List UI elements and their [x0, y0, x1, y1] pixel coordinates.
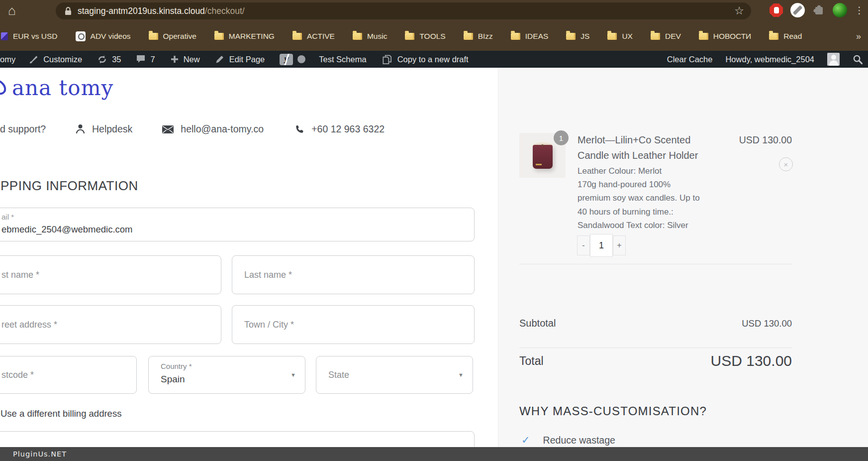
product-details: Leather Colour: Merlot 170g hand-poured … [578, 164, 727, 232]
test-schema-label: Test Schema [319, 55, 366, 64]
bookmark-music[interactable]: Music [353, 32, 387, 41]
quantity-increase-button[interactable]: + [613, 235, 626, 255]
search-icon[interactable] [853, 54, 863, 65]
customize-label: Customize [43, 55, 82, 64]
folder-icon [607, 33, 617, 40]
admin-new[interactable]: New [170, 55, 200, 64]
admin-copy-draft[interactable]: Copy to a new draft [382, 54, 469, 65]
bookmark-js[interactable]: JS [566, 32, 589, 41]
bookmark-label: IDEAS [525, 32, 549, 41]
ruler-icon [793, 5, 803, 15]
postcode-field[interactable]: stcode * [0, 356, 137, 394]
bookmark-label: НОВОСТИ [713, 32, 751, 41]
bookmark-novosti[interactable]: НОВОСТИ [699, 32, 751, 41]
admin-updates[interactable]: 35 [97, 54, 121, 65]
first-name-field[interactable]: st name * [0, 255, 221, 294]
bookmark-bizz[interactable]: BIzz [464, 32, 493, 41]
adblock-extension-icon[interactable] [770, 3, 783, 17]
street-address-field[interactable]: reet address * [0, 305, 221, 344]
bookmark-label: ACTIVE [307, 32, 335, 41]
country-select[interactable]: Country * Spain ▼ [148, 356, 305, 394]
admin-edit-page[interactable]: Edit Page [215, 54, 265, 64]
admin-test-schema[interactable]: y Test Schema [280, 54, 366, 65]
email-link[interactable]: hello@ana-tomy.co [162, 123, 264, 135]
folder-icon [464, 33, 473, 40]
bookmark-read[interactable]: Read [769, 32, 802, 41]
email-field[interactable]: ail * ebmedic_2504@webmedic.com [0, 208, 475, 241]
admin-comments[interactable]: 7 [136, 54, 155, 64]
total-label: Total [519, 354, 544, 368]
billing-address-toggle[interactable]: Use a different billing address [0, 408, 121, 419]
remove-item-button[interactable]: × [779, 157, 793, 171]
copy-draft-label: Copy to a new draft [397, 55, 469, 64]
browser-menu-icon[interactable]: ⋮ [855, 3, 864, 17]
total-row: Total USD 130.00 [519, 352, 792, 369]
url-path: /checkout/ [205, 6, 245, 16]
bookmark-adv-videos[interactable]: ADV videos [76, 31, 131, 41]
home-icon[interactable]: ⌂ [8, 2, 16, 19]
edit-page-label: Edit Page [229, 55, 265, 64]
updates-count: 35 [112, 55, 121, 64]
new-label: New [184, 55, 200, 64]
phone-link[interactable]: +60 12 963 6322 [294, 123, 385, 135]
site-icon [1, 32, 8, 40]
bulb-icon [76, 31, 86, 41]
folder-icon [699, 33, 708, 40]
admin-customize[interactable]: Customize [28, 54, 82, 65]
howdy-account[interactable]: Howdy, webmedic_2504 [725, 55, 814, 64]
browser-profile-avatar[interactable] [833, 3, 847, 17]
bookmark-tools[interactable]: TOOLS [405, 32, 445, 41]
town-placeholder: Town / City * [244, 320, 294, 330]
bookmark-operative[interactable]: Operative [149, 32, 196, 41]
bookmark-dev[interactable]: DEV [651, 32, 681, 41]
phone-label: +60 12 963 6322 [311, 123, 385, 135]
quantity-stepper: - 1 + [577, 234, 626, 257]
bookmark-label: BIzz [478, 32, 493, 41]
divider [519, 264, 792, 264]
bookmark-eur-vs-usd[interactable]: EUR vs USD [4, 32, 58, 41]
support-bar: d support? Helpdesk hello@ana-tomy.co +6… [0, 123, 385, 135]
candle-wick [541, 144, 544, 146]
folder-icon [353, 33, 362, 40]
folder-icon [214, 33, 224, 40]
town-city-field[interactable]: Town / City * [232, 305, 475, 344]
benefit-item: ✓ Reduce wastage [521, 434, 615, 446]
folder-icon [651, 33, 660, 40]
extensions-puzzle-icon[interactable] [812, 4, 825, 17]
folder-icon [292, 33, 302, 40]
ruler-extension-icon[interactable] [790, 3, 805, 17]
folder-icon [405, 33, 414, 40]
clear-cache-button[interactable]: Clear Cache [667, 55, 713, 64]
site-logo[interactable]: ana tomy [12, 76, 113, 100]
product-price: USD 130.00 [721, 134, 792, 146]
helpdesk-label: Helpdesk [92, 123, 132, 135]
order-summary-panel [498, 68, 868, 447]
helpdesk-link[interactable]: Helpdesk [76, 123, 132, 135]
bookmark-ux[interactable]: UX [607, 32, 633, 41]
subtotal-value: USD 130.00 [742, 318, 792, 329]
bookmark-marketing[interactable]: MARKETING [214, 32, 275, 41]
address-bar[interactable]: staging-antm2019us.kinsta.cloud/checkout… [56, 2, 751, 19]
quantity-value[interactable]: 1 [590, 234, 613, 257]
bookmark-star-icon[interactable]: ☆ [734, 3, 744, 18]
bookmark-ideas[interactable]: IDEAS [511, 32, 549, 41]
product-title[interactable]: Merlot—Lilin+Co Scented Candle with Leat… [578, 132, 719, 163]
total-value: USD 130.00 [711, 352, 792, 369]
watermark-bar: PluginUs.NET [0, 447, 868, 461]
bookmark-label: JS [580, 32, 589, 41]
user-avatar[interactable] [827, 53, 840, 66]
subtotal-row: Subtotal USD 130.00 [519, 318, 792, 329]
detail-line: Leather Colour: Merlot [578, 164, 727, 178]
extension-icons: ⋮ [770, 3, 864, 17]
admin-site-name[interactable]: omy [0, 55, 15, 64]
street-placeholder: reet address * [1, 320, 57, 330]
shipping-heading: PPING INFORMATION [0, 178, 138, 194]
bookmark-active[interactable]: ACTIVE [292, 32, 335, 41]
last-name-placeholder: Last name * [244, 270, 292, 280]
bookmarks-overflow-chevron[interactable]: » [856, 31, 861, 42]
email-field-label: ail * [1, 213, 14, 221]
browser-toolbar: ⌂ staging-antm2019us.kinsta.cloud/checko… [0, 0, 868, 22]
last-name-field[interactable]: Last name * [232, 255, 475, 294]
state-select[interactable]: State ▼ [316, 356, 473, 394]
quantity-decrease-button[interactable]: - [577, 235, 590, 255]
